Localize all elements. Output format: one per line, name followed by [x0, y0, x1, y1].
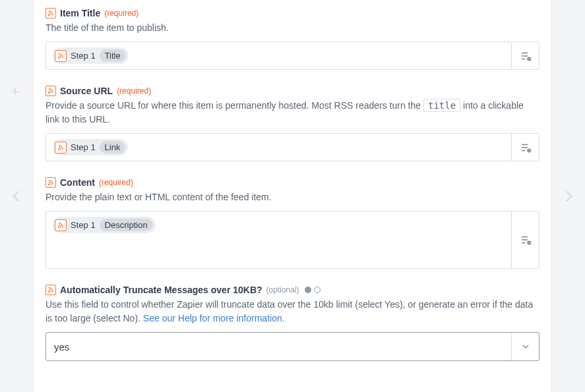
svg-point-4 — [58, 149, 59, 150]
insert-data-button[interactable] — [511, 211, 539, 268]
rss-icon — [55, 50, 67, 62]
insert-data-button[interactable] — [511, 134, 539, 161]
prev-step-hint-icon — [8, 188, 25, 205]
field-help: Provide a source URL for where this item… — [46, 99, 539, 126]
truncate-select[interactable]: yes — [46, 332, 539, 361]
insert-data-button[interactable] — [511, 42, 539, 69]
optional-tag: (optional) — [266, 285, 299, 294]
item-title-input[interactable]: Step 1 Title — [46, 42, 539, 70]
svg-point-6 — [48, 184, 49, 184]
source-url-input[interactable]: Step 1 Link — [46, 133, 539, 161]
field-truncate: Automatically Truncate Messages over 10K… — [46, 285, 539, 361]
rss-icon — [46, 86, 56, 96]
field-help: Use this field to control whether Zapier… — [46, 298, 539, 325]
add-step-hint-icon — [9, 86, 21, 99]
boolean-type-icon — [305, 287, 321, 293]
rss-icon — [55, 219, 67, 231]
field-label: Item Title — [60, 8, 100, 18]
svg-point-3 — [48, 92, 49, 93]
field-label: Automatically Truncate Messages over 10K… — [60, 285, 262, 295]
svg-point-7 — [58, 227, 59, 227]
field-label: Content — [60, 177, 95, 188]
mapped-value-pill[interactable]: Step 1 Title — [53, 47, 129, 64]
content-input[interactable]: Step 1 Description — [46, 211, 539, 269]
help-link[interactable]: See our Help for more information. — [143, 313, 285, 323]
field-label: Source URL — [60, 86, 113, 96]
field-help: Provide the plain text or HTML content o… — [46, 190, 539, 204]
next-step-hint-icon — [560, 188, 577, 205]
pill-field-name: Description — [100, 219, 153, 231]
required-tag: (required) — [99, 178, 133, 187]
rss-icon — [46, 177, 56, 188]
rss-icon — [55, 142, 67, 154]
mapped-value-pill[interactable]: Step 1 Link — [53, 139, 128, 155]
rss-icon — [46, 285, 56, 295]
field-item-title: Item Title (required) The title of the i… — [46, 8, 539, 70]
code-literal: title — [423, 99, 460, 112]
required-tag: (required) — [117, 86, 151, 96]
pill-field-name: Title — [100, 49, 126, 62]
rss-icon — [46, 8, 56, 18]
pill-field-name: Link — [100, 141, 126, 154]
svg-point-9 — [48, 291, 49, 292]
required-tag: (required) — [104, 9, 139, 18]
select-value: yes — [46, 333, 511, 360]
field-content: Content (required) Provide the plain tex… — [46, 177, 539, 269]
field-help: The title of the item to publish. — [46, 21, 539, 35]
chevron-down-icon[interactable] — [511, 333, 539, 360]
mapped-value-pill[interactable]: Step 1 Description — [53, 217, 156, 233]
svg-point-1 — [58, 57, 59, 58]
field-source-url: Source URL (required) Provide a source U… — [46, 86, 539, 161]
form-card: Item Title (required) The title of the i… — [33, 0, 552, 392]
svg-point-0 — [48, 14, 49, 15]
